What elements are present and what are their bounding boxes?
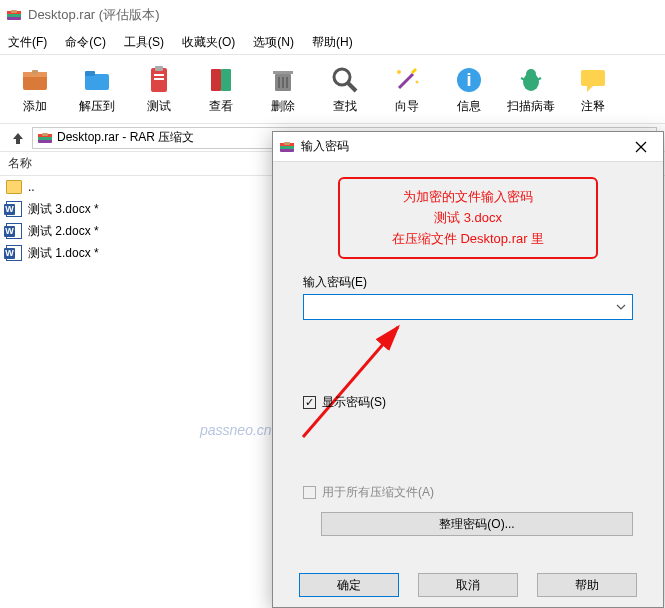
menu-tools[interactable]: 工具(S) [120, 32, 168, 53]
svg-point-25 [416, 80, 419, 83]
docx-icon [6, 223, 22, 239]
svg-point-24 [397, 70, 401, 74]
watermark: passneo.cn [200, 422, 272, 438]
window-title: Desktop.rar (评估版本) [28, 6, 159, 24]
menu-favorites[interactable]: 收藏夹(O) [178, 32, 239, 53]
svg-point-29 [526, 69, 536, 79]
svg-rect-7 [85, 74, 109, 90]
password-dropdown[interactable] [611, 296, 631, 318]
folder-extract-icon [81, 64, 113, 96]
svg-point-20 [334, 69, 350, 85]
file-name: .. [28, 180, 35, 194]
bug-scan-icon [515, 64, 547, 96]
up-button[interactable] [8, 128, 28, 148]
checkbox-checked-icon[interactable]: ✓ [303, 396, 316, 409]
path-text: Desktop.rar - RAR 压缩文 [57, 129, 194, 146]
use-for-all-row[interactable]: 用于所有压缩文件(A) [303, 484, 434, 501]
dialog-title: 输入密码 [301, 138, 349, 155]
svg-rect-19 [286, 77, 288, 88]
prompt-box: 为加密的文件输入密码 测试 3.docx 在压缩文件 Desktop.rar 里 [338, 177, 598, 259]
password-label: 输入密码(E) [303, 274, 367, 291]
organize-passwords-button[interactable]: 整理密码(O)... [321, 512, 633, 536]
svg-marker-33 [587, 86, 593, 92]
tool-info[interactable]: i信息 [438, 57, 500, 121]
col-name[interactable]: 名称 [8, 155, 32, 172]
chevron-down-icon [616, 304, 626, 310]
tool-label: 测试 [147, 98, 171, 115]
file-name: 测试 2.docx * [28, 223, 99, 240]
up-arrow-icon [11, 131, 25, 145]
titlebar: Desktop.rar (评估版本) [0, 0, 665, 30]
menubar: 文件(F) 命令(C) 工具(S) 收藏夹(O) 选项(N) 帮助(H) [0, 30, 665, 54]
winrar-icon [6, 7, 22, 23]
docx-icon [6, 201, 22, 217]
tool-scan[interactable]: 扫描病毒 [500, 57, 562, 121]
tool-label: 向导 [395, 98, 419, 115]
trash-delete-icon [267, 64, 299, 96]
checkbox-unchecked-icon[interactable] [303, 486, 316, 499]
svg-rect-41 [284, 142, 290, 145]
annotation-arrow [293, 317, 453, 447]
tool-wizard[interactable]: 向导 [376, 57, 438, 121]
menu-command[interactable]: 命令(C) [61, 32, 110, 53]
archive-add-icon [19, 64, 51, 96]
comment-icon [577, 64, 609, 96]
svg-rect-36 [38, 137, 52, 140]
use-for-all-label: 用于所有压缩文件(A) [322, 484, 434, 501]
tool-find[interactable]: 查找 [314, 57, 376, 121]
winrar-icon [279, 139, 295, 155]
tool-test[interactable]: 测试 [128, 57, 190, 121]
svg-rect-17 [278, 77, 280, 88]
svg-rect-3 [11, 10, 17, 13]
file-name: 测试 3.docx * [28, 201, 99, 218]
tool-add[interactable]: 添加 [4, 57, 66, 121]
menu-options[interactable]: 选项(N) [249, 32, 298, 53]
svg-rect-11 [154, 78, 164, 80]
prompt-line: 为加密的文件输入密码 [352, 187, 584, 208]
svg-rect-13 [211, 69, 221, 91]
show-password-row[interactable]: ✓ 显示密码(S) [303, 394, 386, 411]
file-name: 测试 1.docx * [28, 245, 99, 262]
svg-rect-32 [581, 70, 605, 86]
password-field-row [303, 294, 633, 320]
tool-label: 解压到 [79, 98, 115, 115]
svg-rect-14 [221, 69, 231, 91]
password-dialog: 输入密码 为加密的文件输入密码 测试 3.docx 在压缩文件 Desktop.… [272, 131, 664, 608]
ok-button[interactable]: 确定 [299, 573, 399, 597]
tool-label: 注释 [581, 98, 605, 115]
svg-text:i: i [466, 70, 471, 90]
prompt-line: 测试 3.docx [352, 208, 584, 229]
tool-delete[interactable]: 删除 [252, 57, 314, 121]
svg-line-21 [348, 83, 356, 91]
svg-line-22 [399, 74, 413, 88]
password-input[interactable] [303, 294, 633, 320]
svg-rect-37 [42, 133, 48, 136]
help-button[interactable]: 帮助 [537, 573, 637, 597]
cancel-button[interactable]: 取消 [418, 573, 518, 597]
svg-rect-16 [273, 71, 293, 74]
tool-label: 查找 [333, 98, 357, 115]
svg-rect-2 [7, 14, 21, 17]
dialog-button-row: 确定 取消 帮助 [273, 573, 663, 597]
docx-icon [6, 245, 22, 261]
tool-extract[interactable]: 解压到 [66, 57, 128, 121]
tool-label: 扫描病毒 [507, 98, 555, 115]
svg-rect-12 [155, 66, 163, 71]
tool-comment[interactable]: 注释 [562, 57, 624, 121]
close-icon [635, 141, 647, 153]
close-button[interactable] [618, 132, 663, 162]
tool-label: 删除 [271, 98, 295, 115]
archive-icon [37, 130, 53, 146]
info-icon: i [453, 64, 485, 96]
tool-label: 信息 [457, 98, 481, 115]
svg-rect-6 [32, 70, 38, 74]
clipboard-test-icon [143, 64, 175, 96]
toolbar: 添加 解压到 测试 查看 删除 查找 向导 i信息 扫描病毒 注释 [0, 54, 665, 124]
tool-label: 查看 [209, 98, 233, 115]
menu-file[interactable]: 文件(F) [4, 32, 51, 53]
menu-help[interactable]: 帮助(H) [308, 32, 357, 53]
tool-view[interactable]: 查看 [190, 57, 252, 121]
svg-rect-40 [280, 146, 294, 149]
svg-rect-10 [154, 74, 164, 76]
tool-label: 添加 [23, 98, 47, 115]
